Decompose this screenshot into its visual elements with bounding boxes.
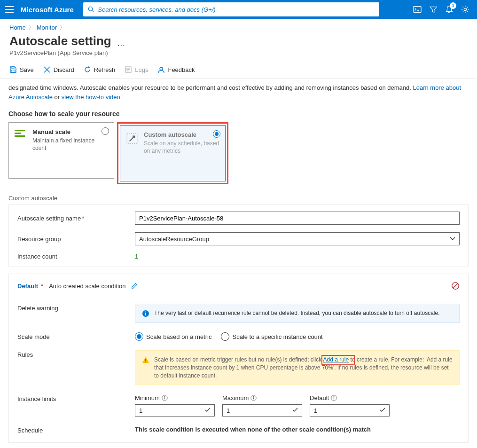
- search-input[interactable]: [98, 6, 375, 13]
- cloud-shell-icon[interactable]: [413, 5, 422, 14]
- svg-rect-5: [414, 7, 421, 13]
- svg-rect-22: [145, 313, 146, 316]
- command-bar: Save Discard Refresh Logs Feedback: [0, 63, 477, 79]
- condition-subtitle: Auto created scale condition: [49, 283, 125, 290]
- scale-mode-label: Scale mode: [17, 332, 135, 341]
- radio-checked-icon: [135, 332, 143, 341]
- highlight-box: [321, 355, 355, 365]
- resource-group-select[interactable]: AutoscaleResourceGroup: [135, 232, 460, 245]
- refresh-button[interactable]: Refresh: [84, 66, 116, 73]
- breadcrumb-home[interactable]: Home: [9, 24, 26, 31]
- default-input[interactable]: 1: [310, 404, 390, 417]
- svg-point-7: [464, 8, 466, 10]
- logs-icon: [125, 66, 132, 73]
- global-search[interactable]: [83, 2, 379, 16]
- info-icon[interactable]: [250, 395, 257, 401]
- svg-line-19: [453, 283, 458, 288]
- manual-scale-icon: [15, 130, 28, 140]
- svg-point-21: [145, 311, 146, 312]
- breadcrumb-monitor[interactable]: Monitor: [37, 24, 57, 31]
- scale-instance-count-radio[interactable]: Scale to a specific instance count: [221, 332, 322, 341]
- delete-warning-box: The very last or default recurrence rule…: [135, 304, 460, 323]
- hamburger-icon[interactable]: [4, 4, 15, 15]
- notification-badge: 1: [450, 2, 456, 9]
- warning-icon: [142, 356, 149, 364]
- radio-checked-icon: [213, 130, 220, 138]
- chevron-down-icon: [450, 236, 455, 242]
- resource-group-label: Resource group: [17, 236, 135, 243]
- more-actions-button[interactable]: …: [117, 34, 126, 48]
- check-icon: [205, 408, 211, 413]
- instance-count-label: Instance count: [17, 253, 135, 260]
- save-button[interactable]: Save: [9, 66, 34, 73]
- scale-metric-radio[interactable]: Scale based on a metric: [135, 332, 211, 341]
- check-icon: [380, 408, 385, 413]
- discard-button[interactable]: Discard: [43, 66, 74, 73]
- schedule-text: This scale condition is executed when no…: [135, 426, 460, 433]
- discard-icon: [43, 66, 51, 73]
- svg-point-24: [145, 362, 146, 362]
- info-icon: [142, 310, 149, 317]
- chevron-right-icon: 〉: [29, 24, 34, 31]
- setting-name-input[interactable]: [135, 212, 460, 225]
- radio-unchecked-icon: [221, 332, 229, 341]
- instance-limits-label: Instance limits: [17, 394, 135, 417]
- maximum-input[interactable]: 1: [222, 404, 302, 417]
- directory-filter-icon[interactable]: [429, 5, 438, 14]
- refresh-icon: [84, 66, 91, 73]
- custom-autoscale-panel: Autoscale setting name* Resource group A…: [8, 204, 469, 267]
- intro-text: designated time windows. Autoscale enabl…: [0, 79, 477, 104]
- page-title: Autoscale setting: [9, 34, 111, 48]
- radio-unchecked-icon: [102, 127, 109, 135]
- save-icon: [9, 66, 17, 73]
- choose-scale-header: Choose how to scale your resource: [0, 104, 477, 122]
- svg-rect-23: [145, 359, 146, 361]
- delete-condition-button[interactable]: [451, 282, 460, 290]
- manual-scale-card[interactable]: Manual scale Maintain a fixed instance c…: [8, 122, 114, 179]
- instance-count-value: 1: [135, 253, 138, 260]
- top-header: Microsoft Azure 1: [0, 0, 477, 19]
- edit-condition-button[interactable]: [131, 283, 138, 289]
- rules-warning-box: Scale is based on metric trigger rules b…: [135, 350, 460, 385]
- info-icon[interactable]: [331, 395, 337, 401]
- schedule-label: Schedule: [17, 426, 135, 434]
- condition-title: Default: [17, 283, 38, 290]
- feedback-icon: [157, 66, 165, 73]
- check-icon: [292, 408, 298, 413]
- page-subtitle: P1v2ServicePlan (App Service plan): [0, 49, 477, 63]
- chevron-right-icon: 〉: [60, 24, 65, 31]
- delete-warning-label: Delete warning: [17, 304, 135, 323]
- custom-autoscale-icon: [126, 133, 139, 143]
- svg-line-4: [92, 10, 94, 12]
- search-icon: [88, 6, 94, 13]
- feedback-button[interactable]: Feedback: [157, 66, 195, 73]
- setting-name-label: Autoscale setting name*: [17, 215, 135, 222]
- notifications-icon[interactable]: 1: [445, 5, 454, 14]
- logs-button[interactable]: Logs: [125, 66, 148, 73]
- svg-point-3: [88, 7, 92, 11]
- breadcrumb: Home 〉 Monitor 〉: [0, 19, 477, 34]
- minimum-input[interactable]: 1: [135, 404, 215, 417]
- rules-label: Rules: [17, 350, 135, 385]
- gear-icon[interactable]: [461, 5, 469, 14]
- default-condition-panel: Default* Auto created scale condition De…: [8, 274, 469, 443]
- info-icon[interactable]: [162, 395, 168, 401]
- howto-video-link[interactable]: view the how-to video: [62, 94, 120, 101]
- custom-autoscale-card[interactable]: Custom autoscale Scale on any schedule, …: [120, 125, 226, 181]
- custom-panel-label: Custom autoscale: [0, 195, 477, 204]
- brand-label: Microsoft Azure: [21, 6, 74, 14]
- svg-point-16: [160, 67, 163, 70]
- svg-rect-9: [11, 70, 15, 72]
